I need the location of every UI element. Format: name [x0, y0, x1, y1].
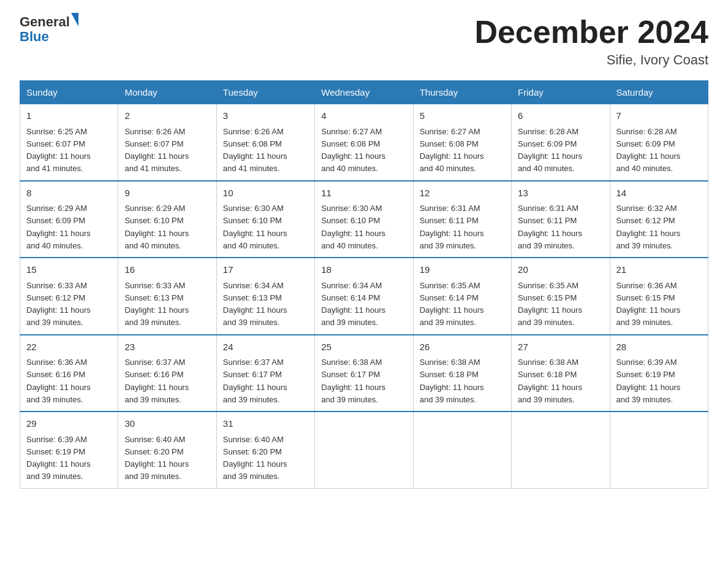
day-number: 11: [321, 186, 406, 201]
calendar-day-cell: 4 Sunrise: 6:27 AMSunset: 6:08 PMDayligh…: [315, 104, 413, 181]
logo-text-general: General: [20, 15, 70, 29]
calendar-location: Sifie, Ivory Coast: [474, 52, 708, 68]
col-header-saturday: Saturday: [610, 81, 708, 104]
day-info: Sunrise: 6:29 AMSunset: 6:10 PMDaylight:…: [124, 204, 189, 250]
calendar-month-year: December 2024: [474, 15, 708, 50]
calendar-day-cell: 9 Sunrise: 6:29 AMSunset: 6:10 PMDayligh…: [118, 181, 216, 258]
col-header-thursday: Thursday: [413, 81, 511, 104]
calendar-day-cell: 17 Sunrise: 6:34 AMSunset: 6:13 PMDaylig…: [216, 258, 314, 335]
calendar-day-cell: 10 Sunrise: 6:30 AMSunset: 6:10 PMDaylig…: [216, 181, 314, 258]
calendar-day-cell: 22 Sunrise: 6:36 AMSunset: 6:16 PMDaylig…: [20, 335, 118, 412]
day-info: Sunrise: 6:25 AMSunset: 6:07 PMDaylight:…: [26, 127, 91, 174]
calendar-day-cell: 15 Sunrise: 6:33 AMSunset: 6:12 PMDaylig…: [20, 258, 118, 335]
col-header-wednesday: Wednesday: [315, 81, 413, 104]
day-info: Sunrise: 6:27 AMSunset: 6:08 PMDaylight:…: [420, 127, 484, 174]
day-info: Sunrise: 6:37 AMSunset: 6:16 PMDaylight:…: [124, 358, 189, 404]
calendar-day-cell: [512, 412, 610, 488]
col-header-monday: Monday: [118, 81, 216, 104]
day-info: Sunrise: 6:29 AMSunset: 6:09 PMDaylight:…: [26, 204, 91, 250]
day-number: 15: [26, 263, 112, 277]
calendar-day-cell: 12 Sunrise: 6:31 AMSunset: 6:11 PMDaylig…: [413, 181, 511, 258]
day-info: Sunrise: 6:39 AMSunset: 6:19 PMDaylight:…: [616, 358, 681, 404]
day-info: Sunrise: 6:30 AMSunset: 6:10 PMDaylight:…: [223, 204, 287, 250]
day-number: 21: [616, 263, 702, 277]
day-number: 5: [420, 109, 505, 123]
day-number: 6: [518, 109, 603, 123]
day-info: Sunrise: 6:36 AMSunset: 6:15 PMDaylight:…: [616, 281, 681, 327]
calendar-day-cell: 3 Sunrise: 6:26 AMSunset: 6:08 PMDayligh…: [216, 104, 314, 181]
day-number: 10: [223, 186, 308, 201]
day-number: 20: [518, 263, 603, 277]
calendar-day-cell: 29 Sunrise: 6:39 AMSunset: 6:19 PMDaylig…: [20, 412, 118, 488]
calendar-day-cell: 5 Sunrise: 6:27 AMSunset: 6:08 PMDayligh…: [413, 104, 511, 181]
day-number: 13: [518, 186, 603, 201]
day-info: Sunrise: 6:40 AMSunset: 6:20 PMDaylight:…: [124, 435, 189, 481]
calendar-day-cell: [610, 412, 708, 488]
day-number: 14: [616, 186, 702, 201]
day-info: Sunrise: 6:32 AMSunset: 6:12 PMDaylight:…: [616, 204, 681, 250]
day-number: 7: [616, 109, 702, 123]
day-number: 4: [321, 109, 406, 123]
day-number: 8: [26, 186, 112, 201]
logo-text-blue: Blue: [20, 29, 49, 44]
calendar-day-cell: 1 Sunrise: 6:25 AMSunset: 6:07 PMDayligh…: [20, 104, 118, 181]
day-number: 12: [420, 186, 505, 201]
day-info: Sunrise: 6:26 AMSunset: 6:08 PMDaylight:…: [223, 127, 287, 174]
calendar-day-cell: 26 Sunrise: 6:38 AMSunset: 6:18 PMDaylig…: [413, 335, 511, 412]
calendar-day-cell: 16 Sunrise: 6:33 AMSunset: 6:13 PMDaylig…: [118, 258, 216, 335]
calendar-day-cell: 20 Sunrise: 6:35 AMSunset: 6:15 PMDaylig…: [512, 258, 610, 335]
calendar-week-row: 29 Sunrise: 6:39 AMSunset: 6:19 PMDaylig…: [20, 412, 708, 488]
day-number: 9: [124, 186, 210, 201]
calendar-day-cell: 11 Sunrise: 6:30 AMSunset: 6:10 PMDaylig…: [315, 181, 413, 258]
day-number: 31: [223, 417, 308, 431]
calendar-day-cell: 23 Sunrise: 6:37 AMSunset: 6:16 PMDaylig…: [118, 335, 216, 412]
calendar-title-area: December 2024 Sifie, Ivory Coast: [474, 15, 708, 68]
logo: General Blue: [20, 15, 78, 44]
day-info: Sunrise: 6:35 AMSunset: 6:14 PMDaylight:…: [420, 281, 484, 327]
day-info: Sunrise: 6:37 AMSunset: 6:17 PMDaylight:…: [223, 358, 287, 404]
day-number: 29: [26, 417, 112, 431]
col-header-friday: Friday: [512, 81, 610, 104]
day-number: 1: [26, 109, 112, 123]
calendar-day-cell: 31 Sunrise: 6:40 AMSunset: 6:20 PMDaylig…: [216, 412, 314, 488]
day-info: Sunrise: 6:30 AMSunset: 6:10 PMDaylight:…: [321, 204, 385, 250]
calendar-day-cell: 25 Sunrise: 6:38 AMSunset: 6:17 PMDaylig…: [315, 335, 413, 412]
calendar-header-row: SundayMondayTuesdayWednesdayThursdayFrid…: [20, 81, 708, 104]
calendar-day-cell: 6 Sunrise: 6:28 AMSunset: 6:09 PMDayligh…: [512, 104, 610, 181]
col-header-sunday: Sunday: [20, 81, 118, 104]
day-number: 18: [321, 263, 406, 277]
calendar-week-row: 22 Sunrise: 6:36 AMSunset: 6:16 PMDaylig…: [20, 335, 708, 412]
calendar-day-cell: 18 Sunrise: 6:34 AMSunset: 6:14 PMDaylig…: [315, 258, 413, 335]
day-info: Sunrise: 6:33 AMSunset: 6:12 PMDaylight:…: [26, 281, 91, 327]
day-info: Sunrise: 6:28 AMSunset: 6:09 PMDaylight:…: [518, 127, 582, 174]
day-info: Sunrise: 6:31 AMSunset: 6:11 PMDaylight:…: [518, 204, 582, 250]
day-number: 17: [223, 263, 308, 277]
calendar-week-row: 15 Sunrise: 6:33 AMSunset: 6:12 PMDaylig…: [20, 258, 708, 335]
calendar-day-cell: 30 Sunrise: 6:40 AMSunset: 6:20 PMDaylig…: [118, 412, 216, 488]
day-info: Sunrise: 6:40 AMSunset: 6:20 PMDaylight:…: [223, 435, 287, 481]
calendar-day-cell: 24 Sunrise: 6:37 AMSunset: 6:17 PMDaylig…: [216, 335, 314, 412]
day-info: Sunrise: 6:31 AMSunset: 6:11 PMDaylight:…: [420, 204, 484, 250]
day-number: 25: [321, 340, 406, 354]
logo-arrow-icon: [71, 13, 78, 26]
day-number: 28: [616, 340, 702, 354]
calendar-day-cell: 19 Sunrise: 6:35 AMSunset: 6:14 PMDaylig…: [413, 258, 511, 335]
calendar-day-cell: 2 Sunrise: 6:26 AMSunset: 6:07 PMDayligh…: [118, 104, 216, 181]
day-number: 16: [124, 263, 210, 277]
calendar-day-cell: 28 Sunrise: 6:39 AMSunset: 6:19 PMDaylig…: [610, 335, 708, 412]
calendar-day-cell: 27 Sunrise: 6:38 AMSunset: 6:18 PMDaylig…: [512, 335, 610, 412]
day-number: 22: [26, 340, 112, 354]
day-number: 24: [223, 340, 308, 354]
calendar-day-cell: 8 Sunrise: 6:29 AMSunset: 6:09 PMDayligh…: [20, 181, 118, 258]
calendar-day-cell: [413, 412, 511, 488]
day-info: Sunrise: 6:27 AMSunset: 6:08 PMDaylight:…: [321, 127, 385, 174]
day-info: Sunrise: 6:38 AMSunset: 6:17 PMDaylight:…: [321, 358, 385, 404]
calendar-week-row: 8 Sunrise: 6:29 AMSunset: 6:09 PMDayligh…: [20, 181, 708, 258]
page-header: General Blue December 2024 Sifie, Ivory …: [20, 15, 708, 68]
calendar-day-cell: 21 Sunrise: 6:36 AMSunset: 6:15 PMDaylig…: [610, 258, 708, 335]
day-number: 27: [518, 340, 603, 354]
day-info: Sunrise: 6:34 AMSunset: 6:13 PMDaylight:…: [223, 281, 287, 327]
calendar-day-cell: 13 Sunrise: 6:31 AMSunset: 6:11 PMDaylig…: [512, 181, 610, 258]
day-info: Sunrise: 6:34 AMSunset: 6:14 PMDaylight:…: [321, 281, 385, 327]
day-number: 19: [420, 263, 505, 277]
